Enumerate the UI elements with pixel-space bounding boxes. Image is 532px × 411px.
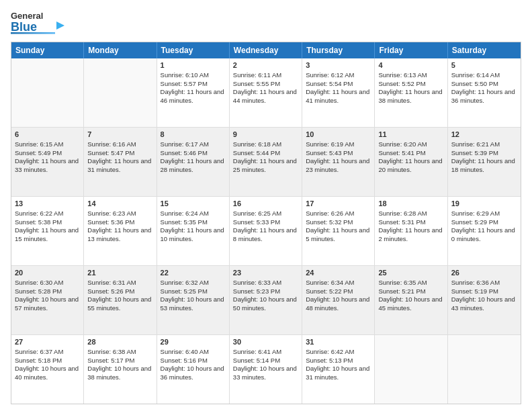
svg-marker-2 (56, 21, 64, 30)
sunset-text: Sunset: 5:33 PM (233, 218, 280, 226)
sunset-text: Sunset: 5:35 PM (161, 218, 208, 226)
calendar-cell: 30Sunrise: 6:41 AMSunset: 5:14 PMDayligh… (230, 335, 302, 404)
page: General Blue SundayMondayTuesdayWednesda… (0, 0, 532, 411)
day-number: 19 (451, 199, 517, 209)
calendar-cell: 21Sunrise: 6:31 AMSunset: 5:26 PMDayligh… (84, 266, 157, 334)
sunset-text: Sunset: 5:36 PM (87, 218, 134, 226)
day-of-week-header: Thursday (302, 42, 375, 58)
daylight-text: Daylight: 11 hours and 2 minutes. (378, 226, 442, 242)
day-number: 8 (161, 130, 226, 140)
day-number: 21 (87, 268, 152, 278)
sunrise-text: Sunrise: 6:17 AM (161, 140, 209, 148)
sunset-text: Sunset: 5:44 PM (233, 149, 280, 156)
sunrise-text: Sunrise: 6:16 AM (87, 140, 136, 148)
svg-text:General: General (11, 11, 43, 21)
day-number: 16 (233, 199, 298, 209)
day-number: 15 (161, 199, 226, 209)
calendar-row: 1Sunrise: 6:10 AMSunset: 5:57 PMDaylight… (11, 58, 521, 127)
svg-text:Blue: Blue (11, 20, 37, 34)
logo: General Blue (11, 8, 64, 36)
daylight-text: Daylight: 11 hours and 13 minutes. (87, 226, 151, 242)
calendar-cell: 13Sunrise: 6:22 AMSunset: 5:38 PMDayligh… (11, 197, 84, 265)
daylight-text: Daylight: 11 hours and 10 minutes. (161, 226, 224, 242)
sunrise-text: Sunrise: 6:10 AM (161, 71, 209, 79)
sunrise-text: Sunrise: 6:32 AM (161, 279, 209, 286)
day-of-week-header: Friday (375, 42, 447, 58)
day-number: 30 (233, 337, 298, 347)
calendar-cell (375, 335, 447, 404)
calendar-cell: 14Sunrise: 6:23 AMSunset: 5:36 PMDayligh… (84, 197, 157, 265)
sunrise-text: Sunrise: 6:31 AM (87, 279, 136, 286)
sunrise-text: Sunrise: 6:18 AM (233, 140, 281, 148)
day-of-week-header: Saturday (448, 42, 521, 58)
svg-rect-3 (11, 32, 55, 34)
sunset-text: Sunset: 5:39 PM (451, 149, 498, 156)
daylight-text: Daylight: 11 hours and 5 minutes. (306, 226, 369, 242)
sunset-text: Sunset: 5:16 PM (161, 357, 208, 364)
calendar-cell: 25Sunrise: 6:35 AMSunset: 5:21 PMDayligh… (375, 266, 447, 334)
sunset-text: Sunset: 5:22 PM (306, 287, 353, 295)
calendar-cell: 10Sunrise: 6:19 AMSunset: 5:43 PMDayligh… (302, 128, 375, 196)
day-number: 13 (15, 199, 80, 209)
daylight-text: Daylight: 11 hours and 44 minutes. (233, 88, 297, 104)
calendar-cell: 18Sunrise: 6:28 AMSunset: 5:31 PMDayligh… (375, 197, 447, 265)
sunset-text: Sunset: 5:38 PM (15, 218, 62, 226)
sunrise-text: Sunrise: 6:19 AM (306, 140, 354, 148)
calendar-cell: 6Sunrise: 6:15 AMSunset: 5:49 PMDaylight… (11, 128, 84, 196)
daylight-text: Daylight: 11 hours and 15 minutes. (15, 226, 79, 242)
calendar-header: SundayMondayTuesdayWednesdayThursdayFrid… (11, 42, 521, 58)
sunrise-text: Sunrise: 6:13 AM (378, 71, 427, 79)
day-number: 6 (15, 130, 80, 140)
sunrise-text: Sunrise: 6:24 AM (161, 210, 209, 217)
calendar-cell: 15Sunrise: 6:24 AMSunset: 5:35 PMDayligh… (157, 197, 230, 265)
calendar-cell: 28Sunrise: 6:38 AMSunset: 5:17 PMDayligh… (84, 335, 157, 404)
calendar-cell: 29Sunrise: 6:40 AMSunset: 5:16 PMDayligh… (157, 335, 230, 404)
sunset-text: Sunset: 5:46 PM (161, 149, 208, 156)
calendar-row: 6Sunrise: 6:15 AMSunset: 5:49 PMDaylight… (11, 127, 521, 196)
daylight-text: Daylight: 10 hours and 45 minutes. (378, 295, 442, 312)
sunset-text: Sunset: 5:28 PM (15, 287, 62, 295)
calendar-cell: 23Sunrise: 6:33 AMSunset: 5:23 PMDayligh… (230, 266, 302, 334)
day-number: 10 (306, 130, 371, 140)
daylight-text: Daylight: 10 hours and 57 minutes. (15, 295, 79, 312)
day-number: 5 (451, 60, 517, 71)
daylight-text: Daylight: 11 hours and 46 minutes. (161, 88, 224, 104)
sunset-text: Sunset: 5:47 PM (87, 149, 134, 156)
sunset-text: Sunset: 5:52 PM (378, 80, 425, 87)
sunset-text: Sunset: 5:50 PM (451, 80, 498, 87)
day-number: 9 (233, 130, 298, 140)
sunset-text: Sunset: 5:54 PM (306, 80, 353, 87)
day-number: 27 (15, 337, 80, 347)
sunset-text: Sunset: 5:31 PM (378, 218, 425, 226)
day-of-week-header: Sunday (11, 42, 84, 58)
day-number: 1 (161, 60, 226, 71)
daylight-text: Daylight: 10 hours and 40 minutes. (15, 365, 79, 381)
sunrise-text: Sunrise: 6:11 AM (233, 71, 281, 79)
day-number: 23 (233, 268, 298, 278)
calendar-cell: 20Sunrise: 6:30 AMSunset: 5:28 PMDayligh… (11, 266, 84, 334)
sunrise-text: Sunrise: 6:33 AM (233, 279, 281, 286)
sunset-text: Sunset: 5:43 PM (306, 149, 353, 156)
daylight-text: Daylight: 10 hours and 31 minutes. (306, 365, 369, 381)
calendar-cell (84, 58, 157, 127)
sunrise-text: Sunrise: 6:22 AM (15, 210, 63, 217)
daylight-text: Daylight: 11 hours and 0 minutes. (451, 226, 515, 242)
sunset-text: Sunset: 5:21 PM (378, 287, 425, 295)
day-number: 25 (378, 268, 443, 278)
daylight-text: Daylight: 10 hours and 53 minutes. (161, 295, 224, 312)
sunrise-text: Sunrise: 6:35 AM (378, 279, 427, 286)
day-number: 20 (15, 268, 80, 278)
calendar-cell: 19Sunrise: 6:29 AMSunset: 5:29 PMDayligh… (448, 197, 521, 265)
calendar-cell: 11Sunrise: 6:20 AMSunset: 5:41 PMDayligh… (375, 128, 447, 196)
calendar: SundayMondayTuesdayWednesdayThursdayFrid… (11, 42, 521, 404)
sunset-text: Sunset: 5:26 PM (87, 287, 134, 295)
calendar-cell: 7Sunrise: 6:16 AMSunset: 5:47 PMDaylight… (84, 128, 157, 196)
calendar-cell: 4Sunrise: 6:13 AMSunset: 5:52 PMDaylight… (375, 58, 447, 127)
sunrise-text: Sunrise: 6:28 AM (378, 210, 427, 217)
sunrise-text: Sunrise: 6:38 AM (87, 348, 136, 355)
daylight-text: Daylight: 10 hours and 55 minutes. (87, 295, 151, 312)
daylight-text: Daylight: 11 hours and 23 minutes. (306, 157, 369, 173)
daylight-text: Daylight: 10 hours and 33 minutes. (233, 365, 297, 381)
sunset-text: Sunset: 5:13 PM (306, 357, 353, 364)
daylight-text: Daylight: 11 hours and 38 minutes. (378, 88, 442, 104)
